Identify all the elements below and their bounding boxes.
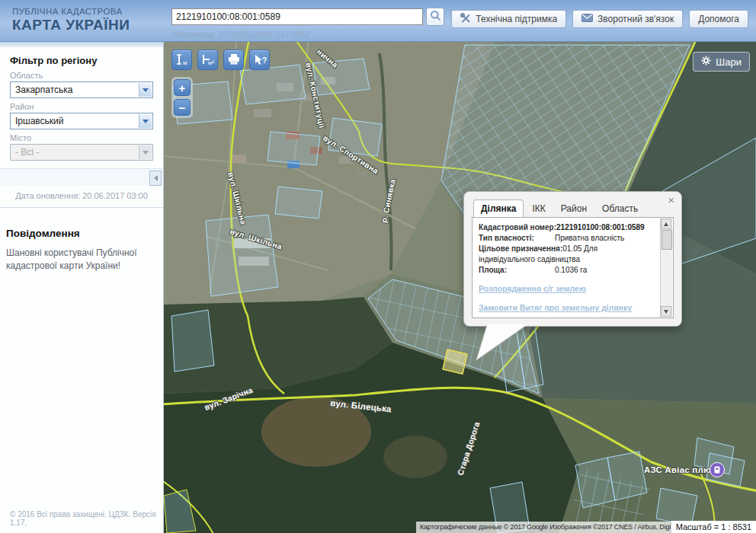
popup-scrollbar[interactable] xyxy=(660,219,672,317)
region-select[interactable]: Закарпатська xyxy=(10,81,153,98)
zoom-in-button[interactable]: + xyxy=(174,79,191,96)
search-button[interactable] xyxy=(426,8,444,26)
region-select-value: Закарпатська xyxy=(15,85,73,95)
scale-indicator: Масштаб = 1 : 8531 xyxy=(671,521,756,533)
parcel-row-area: Площа:0.1036 га xyxy=(479,265,655,276)
chevron-down-icon[interactable] xyxy=(139,114,152,128)
tab-ikk[interactable]: ІКК xyxy=(525,200,552,217)
parcel-info-popup: × Ділянка ІКК Район Область Кадастровий … xyxy=(463,191,682,327)
feedback-label: Зворотний зв'язок xyxy=(597,14,674,24)
measure-length-button[interactable]: м xyxy=(171,49,192,70)
tab-rayon[interactable]: Район xyxy=(554,200,594,217)
envelope-icon xyxy=(581,14,593,24)
cadastral-map-app: ПУБЛІЧНА КАДАСТРОВА КАРТА УКРАЇНИ Наприк… xyxy=(0,0,756,533)
sidebar: Фільтр по регіону Область Закарпатська Р… xyxy=(0,42,164,533)
popup-content: Кадастровий номер:2121910100:08:001:0589… xyxy=(472,217,674,318)
measure-length-unit: м xyxy=(183,59,187,66)
poi-label-azs: АЗС Авіас плюс xyxy=(644,465,716,474)
layers-button[interactable]: Шари xyxy=(693,52,750,72)
filter-panel-footer xyxy=(0,168,163,186)
sidebar-top-strip xyxy=(0,42,163,47)
popup-links: Розпорядження с/г землею Замовити Витяг … xyxy=(479,284,655,318)
measure-area-unit: м² xyxy=(208,59,215,66)
feedback-button[interactable]: Зворотний зв'язок xyxy=(572,10,683,28)
row-label: Площа: xyxy=(479,265,555,276)
row-value: Приватна власність xyxy=(555,234,624,242)
tab-oblast[interactable]: Область xyxy=(595,200,645,217)
zoom-control: + − xyxy=(171,77,193,118)
row-label: Цільове призначення: xyxy=(479,244,562,254)
popup-tail xyxy=(476,325,530,362)
row-label: Тип власності: xyxy=(479,233,555,244)
region-filter-panel: Фільтр по регіону Область Закарпатська Р… xyxy=(0,47,163,161)
selected-parcel xyxy=(443,349,467,374)
help-question-mark: ? xyxy=(262,56,267,65)
search-icon xyxy=(430,10,441,24)
scrollbar-thumb[interactable] xyxy=(662,230,672,250)
tab-dilyanka[interactable]: Ділянка xyxy=(473,199,524,218)
app-logo: ПУБЛІЧНА КАДАСТРОВА КАРТА УКРАЇНИ xyxy=(12,7,130,34)
parcel-row-cadastral-number: Кадастровий номер:2121910100:08:001:0589 xyxy=(479,222,655,233)
zoom-out-button[interactable]: − xyxy=(174,99,191,116)
tech-support-button[interactable]: Технічна підтримка xyxy=(451,10,566,28)
gear-icon xyxy=(701,56,711,68)
map-area: нична вул. Конституції вул. Спортивна р.… xyxy=(164,42,756,533)
gas-station-icon[interactable] xyxy=(710,463,725,477)
map-toolbar: м м² xyxy=(171,49,270,70)
link-land-disposal[interactable]: Розпорядження с/г землею xyxy=(479,284,655,293)
row-value: 2121910100:08:001:0589 xyxy=(556,223,645,231)
sidebar-collapse-button[interactable] xyxy=(149,171,162,186)
scroll-down-icon[interactable] xyxy=(661,306,671,317)
popup-tabs: Ділянка ІКК Район Область xyxy=(473,199,645,217)
scroll-up-icon[interactable] xyxy=(661,219,671,229)
district-label: Район xyxy=(10,102,153,111)
district-select-value: Іршавський xyxy=(15,116,63,126)
copyright-text: © 2016 Всі права захищені. ЦДЗК. Версія … xyxy=(10,510,163,527)
measure-area-button[interactable]: м² xyxy=(197,49,218,70)
row-label: Кадастровий номер: xyxy=(479,222,556,233)
header: ПУБЛІЧНА КАДАСТРОВА КАРТА УКРАЇНИ Наприк… xyxy=(0,0,756,42)
layers-label: Шари xyxy=(716,56,742,68)
update-date: Дата оновлення: 20.06.2017 03:00 xyxy=(0,186,163,208)
search-area xyxy=(171,8,444,26)
region-label: Область xyxy=(10,71,153,80)
search-input[interactable] xyxy=(171,8,423,25)
messages-title: Повідомлення xyxy=(6,228,155,239)
city-select: - Всі - xyxy=(10,144,153,161)
logo-line1: ПУБЛІЧНА КАДАСТРОВА xyxy=(12,7,130,17)
tech-support-label: Технічна підтримка xyxy=(476,14,557,24)
messages-text: Шановні користувачі Публічної кадастрово… xyxy=(6,247,151,273)
map-attribution: Картографические данные © 2017 Google Из… xyxy=(416,522,680,533)
identify-help-button[interactable]: ? xyxy=(249,49,270,70)
search-hint: Наприклад: 3221655100:01:047:0052 xyxy=(173,30,309,39)
district-select[interactable]: Іршавський xyxy=(10,113,153,129)
link-order-extract-parcel[interactable]: Замовити Витяг про земельну ділянку xyxy=(479,303,655,312)
header-buttons: Технічна підтримка Зворотний зв'язок Доп… xyxy=(451,10,748,28)
printer-icon xyxy=(228,53,240,67)
messages-section: Повідомлення Шановні користувачі Публічн… xyxy=(0,208,163,273)
filter-title: Фільтр по регіону xyxy=(10,55,153,66)
logo-line2: КАРТА УКРАЇНИ xyxy=(12,17,130,34)
chevron-left-icon xyxy=(154,175,158,181)
city-select-value: - Всі - xyxy=(15,147,39,158)
close-icon[interactable]: × xyxy=(668,194,674,206)
print-button[interactable] xyxy=(223,49,244,70)
help-button[interactable]: Допомога xyxy=(689,10,748,28)
tools-icon xyxy=(460,13,471,26)
chevron-down-icon xyxy=(139,145,152,159)
row-value: 0.1036 га xyxy=(555,266,587,274)
parcel-row-ownership: Тип власності:Приватна власність xyxy=(479,233,655,244)
chevron-down-icon[interactable] xyxy=(139,83,152,97)
city-label: Місто xyxy=(10,133,153,142)
help-label: Допомога xyxy=(698,14,739,24)
parcel-row-purpose: Цільове призначення:01.05 Для індивідуал… xyxy=(479,244,655,265)
